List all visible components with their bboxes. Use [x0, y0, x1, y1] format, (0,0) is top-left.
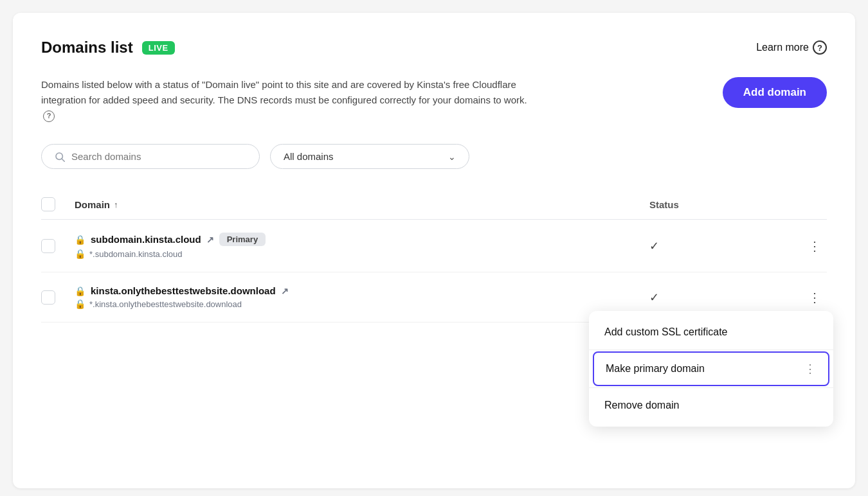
add-ssl-menu-item[interactable]: Add custom SSL certificate — [589, 316, 833, 348]
row-0-actions: ⋮ — [788, 236, 827, 256]
external-link-icon[interactable]: ↗ — [206, 235, 214, 245]
status-col-label: Status — [649, 199, 679, 210]
header-row: Domains list LIVE Learn more ? — [41, 39, 827, 57]
row-0-domain-name: subdomain.kinsta.cloud — [91, 234, 201, 245]
table-row: 🔒 subdomain.kinsta.cloud ↗ Primary 🔒 *.s… — [41, 220, 827, 272]
header-checkbox-col — [41, 197, 64, 211]
remove-domain-menu-item[interactable]: Remove domain — [589, 389, 833, 421]
learn-more-link[interactable]: Learn more ? — [756, 40, 827, 55]
row-1-subdomain-text: *.kinsta.onlythebesttestwebsite.download — [89, 299, 242, 309]
svg-line-1 — [62, 159, 64, 161]
make-primary-menu-item[interactable]: Make primary domain ⋮ — [593, 351, 829, 386]
info-text-content: Domains listed below with a status of "D… — [41, 79, 527, 105]
search-input[interactable] — [71, 151, 246, 162]
header-status-col: Status — [649, 199, 778, 210]
row-1-domain-main: 🔒 kinsta.onlythebesttestwebsite.download… — [75, 285, 639, 296]
external-link-icon[interactable]: ↗ — [281, 286, 289, 296]
lock-icon: 🔒 — [75, 286, 86, 296]
lock-icon: 🔒 — [75, 235, 86, 245]
learn-more-label: Learn more — [756, 42, 809, 53]
add-domain-button[interactable]: Add domain — [723, 77, 827, 108]
row-1-checkbox-col — [41, 290, 64, 305]
row-0-checkbox-col — [41, 239, 64, 253]
row-1-checkbox[interactable] — [41, 290, 55, 305]
remove-domain-label: Remove domain — [604, 400, 680, 411]
context-menu: Add custom SSL certificate Make primary … — [589, 311, 833, 427]
primary-badge: Primary — [219, 233, 266, 246]
row-0-actions-button[interactable]: ⋮ — [803, 236, 827, 256]
header-domain-col: Domain ↑ — [75, 199, 639, 210]
info-text: Domains listed below with a status of "D… — [41, 77, 530, 123]
row-1-subdomain: 🔒 *.kinsta.onlythebesttestwebsite.downlo… — [75, 299, 639, 309]
row-1-domain-name: kinsta.onlythebesttestwebsite.download — [91, 285, 276, 296]
search-filter-row: All domains ⌄ — [41, 144, 827, 169]
row-0-subdomain-text: *.subdomain.kinsta.cloud — [89, 249, 183, 259]
menu-divider-2 — [589, 387, 833, 388]
search-box — [41, 144, 260, 169]
row-1-status: ✓ — [649, 290, 778, 305]
chevron-down-icon: ⌄ — [448, 152, 456, 162]
help-icon: ? — [813, 40, 827, 55]
table-container: Domain ↑ Status 🔒 subdomain.kinsta.cloud… — [41, 190, 827, 323]
menu-divider — [589, 350, 833, 350]
table-row: 🔒 kinsta.onlythebesttestwebsite.download… — [41, 272, 827, 323]
lock-icon-sub: 🔒 — [75, 249, 86, 259]
info-help-icon: ? — [43, 111, 55, 122]
filter-select[interactable]: All domains ⌄ — [270, 144, 469, 169]
row-0-domain: 🔒 subdomain.kinsta.cloud ↗ Primary 🔒 *.s… — [75, 233, 639, 259]
row-1-status-check: ✓ — [649, 290, 659, 305]
add-ssl-label: Add custom SSL certificate — [604, 326, 728, 338]
row-0-checkbox[interactable] — [41, 239, 55, 253]
domain-col-label: Domain — [75, 199, 110, 210]
row-0-subdomain: 🔒 *.subdomain.kinsta.cloud — [75, 249, 639, 259]
info-row: Domains listed below with a status of "D… — [41, 77, 827, 123]
page-title: Domains list — [41, 39, 133, 57]
filter-label: All domains — [284, 151, 334, 162]
menu-item-dots-icon: ⋮ — [804, 362, 817, 376]
make-primary-label: Make primary domain — [606, 363, 705, 375]
row-1-domain: 🔒 kinsta.onlythebesttestwebsite.download… — [75, 285, 639, 309]
header-left: Domains list LIVE — [41, 39, 175, 57]
row-1-actions-button[interactable]: ⋮ — [803, 287, 827, 308]
live-badge: LIVE — [142, 41, 175, 55]
row-0-status: ✓ — [649, 239, 778, 253]
row-1-actions: ⋮ — [788, 287, 827, 308]
search-icon — [55, 152, 65, 162]
sort-arrow-icon: ↑ — [114, 200, 118, 209]
page-container: Domains list LIVE Learn more ? Domains l… — [13, 13, 855, 488]
header-checkbox[interactable] — [41, 197, 55, 211]
row-0-domain-main: 🔒 subdomain.kinsta.cloud ↗ Primary — [75, 233, 639, 246]
table-header: Domain ↑ Status — [41, 190, 827, 220]
lock-icon-sub: 🔒 — [75, 299, 86, 309]
row-0-status-check: ✓ — [649, 239, 659, 253]
